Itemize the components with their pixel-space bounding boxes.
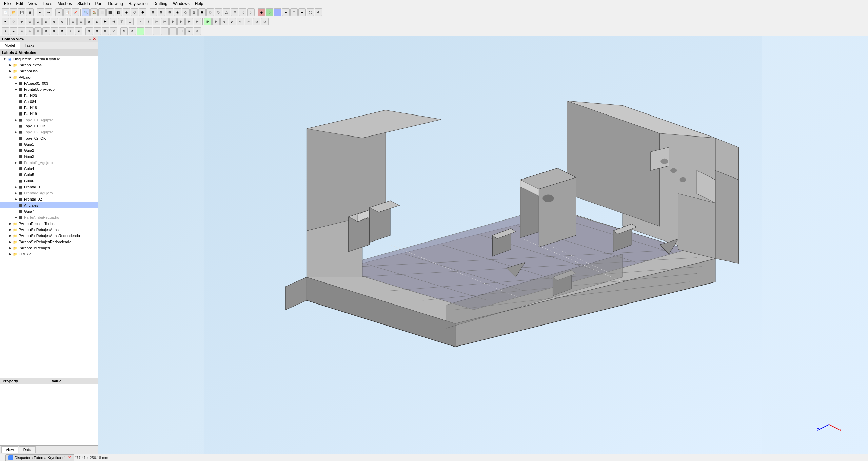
tb2-btn-5[interactable]: ⊙	[34, 18, 42, 25]
menu-help[interactable]: Help	[192, 1, 206, 7]
tree-root[interactable]: ▼ ◉ Disquetera Externa Kryoflux	[0, 56, 98, 62]
tb-btn-a11[interactable]: ▽	[231, 8, 238, 16]
tb2-btn-25[interactable]: ⊮	[204, 18, 212, 25]
tb3-btn-8[interactable]: ≇	[59, 27, 66, 35]
tb-btn-b3[interactable]: ○	[274, 8, 281, 16]
tree-item-frontal_01[interactable]: ▶⬛Frontal_01	[0, 184, 98, 190]
tb2-btn-2[interactable]: ✧	[10, 18, 17, 25]
tree-item-arrow[interactable]: ▶	[8, 228, 12, 231]
tree-item-parribasinrebajesatras[interactable]: ▶📁PArribaSinRebajesAtras	[0, 227, 98, 233]
menu-sketch[interactable]: Sketch	[75, 1, 93, 7]
view-home-btn[interactable]: 🏠	[90, 8, 98, 16]
tree-item-pad419[interactable]: ⬛Pad419	[0, 111, 98, 117]
tb-btn-a10[interactable]: △	[223, 8, 230, 16]
tb-btn-b7[interactable]: ◯	[307, 8, 314, 16]
print-btn[interactable]: 🖨	[26, 8, 34, 16]
tb2-btn-1[interactable]: ✦	[2, 18, 9, 25]
tree-item-arrow[interactable]: ▶	[14, 130, 18, 134]
tree-item-guia7[interactable]: ⬛Guia7	[0, 208, 98, 214]
tree-item-arrow[interactable]: ▶	[14, 191, 18, 195]
tb2-btn-26[interactable]: ⊯	[212, 18, 220, 25]
tb2-btn-21[interactable]: ⊪	[169, 18, 177, 25]
view-tab[interactable]: View	[1, 446, 18, 453]
tree-item-cut072[interactable]: ▶📁Cut072	[0, 251, 98, 257]
tb2-btn-29[interactable]: ⊲	[237, 18, 244, 25]
tb2-btn-3[interactable]: ⊗	[18, 18, 25, 25]
view-top-btn[interactable]: ⬛	[106, 8, 114, 16]
tb2-btn-18[interactable]: ⊧	[145, 18, 152, 25]
tb3-btn-22[interactable]: ≕	[177, 27, 185, 35]
tree-item-arrow[interactable]: ▶	[8, 63, 12, 67]
tree-item-parribasinrebajes[interactable]: ▶📁PArribaSinRebajes	[0, 245, 98, 251]
tb-btn-b8[interactable]: ⊕	[315, 8, 322, 16]
tb3-btn-23[interactable]: ≖	[185, 27, 193, 35]
tree-item-frontal2_agujero[interactable]: ▶⬛Frontal2_Agujero	[0, 190, 98, 196]
tb3-btn-10[interactable]: ≉	[75, 27, 82, 35]
tab-model[interactable]: Model	[0, 42, 20, 49]
tb-btn-b4[interactable]: ●	[282, 8, 290, 16]
tree-area[interactable]: ▼ ◉ Disquetera Externa Kryoflux ▶📁PArrib…	[0, 56, 98, 378]
combo-minimize-btn[interactable]: –	[89, 37, 91, 41]
view-wireframe-btn[interactable]: ⬡	[131, 8, 138, 16]
tb2-btn-11[interactable]: ⊠	[85, 18, 93, 25]
tree-item-cut084[interactable]: ⬛Cut084	[0, 99, 98, 105]
menu-file[interactable]: File	[1, 1, 13, 7]
tree-item-arrow[interactable]: ▶	[8, 240, 12, 244]
zoom-std-btn[interactable]: 🔍	[82, 8, 90, 16]
tb2-btn-16[interactable]: ⊥	[126, 18, 134, 25]
tree-item-tope_01_agujero[interactable]: ▶⬛Tope_01_Agujero	[0, 117, 98, 123]
combo-close-btn[interactable]: ✕	[93, 37, 96, 41]
tree-item-arrow[interactable]: ▶	[14, 216, 18, 219]
tree-item-arrow[interactable]: ▶	[8, 246, 12, 250]
tb3-btn-1[interactable]: ≀	[2, 27, 9, 35]
tree-item-guia5[interactable]: ⬛Guia5	[0, 172, 98, 178]
tree-item-parribasinrebajesatrasredondeada[interactable]: ▶📁PArribaSinRebajesAtrasRedondeada	[0, 233, 98, 239]
tb3-btn-17[interactable]: ≐	[137, 27, 144, 35]
tb-btn-a6[interactable]: ◍	[190, 8, 198, 16]
tree-item-pabajo01_003[interactable]: ▶⬛PAbajo01_003	[0, 80, 98, 86]
tb2-btn-30[interactable]: ⊳	[245, 18, 252, 25]
tree-item-pabajo[interactable]: ▼📁PAbajo	[0, 74, 98, 80]
tb2-btn-19[interactable]: ⊨	[153, 18, 160, 25]
tb-btn-a4[interactable]: ◉	[174, 8, 181, 16]
menu-raytracing[interactable]: Raytracing	[126, 1, 151, 7]
menu-tools[interactable]: Tools	[40, 1, 55, 7]
tree-item-parribarebajestodos[interactable]: ▶📁PArribaRebajesTodos	[0, 221, 98, 227]
tb2-btn-7[interactable]: ⊜	[51, 18, 58, 25]
tree-item-frontal1_agujero[interactable]: ▶⬛Frontal1_Agujero	[0, 160, 98, 166]
tb-btn-a8[interactable]: ⬠	[206, 8, 214, 16]
menu-edit[interactable]: Edit	[13, 1, 26, 7]
tree-item-pad418[interactable]: ⬛Pad418	[0, 105, 98, 111]
tree-item-arrow[interactable]: ▶	[8, 234, 12, 237]
tree-item-parribasinrebajesredondeada[interactable]: ▶📁PArribaSinRebajesRedondeada	[0, 239, 98, 245]
menu-drawing[interactable]: Drawing	[105, 1, 126, 7]
tb2-btn-8[interactable]: ⊝	[59, 18, 66, 25]
tb2-btn-4[interactable]: ⊘	[26, 18, 34, 25]
tb2-btn-13[interactable]: ⊢	[102, 18, 109, 25]
tb-btn-a9[interactable]: ⬡	[215, 8, 222, 16]
tree-item-arrow[interactable]: ▼	[8, 76, 12, 79]
tree-item-partearribarecuadro[interactable]: ▶⬛ParteArribaRecuadro	[0, 214, 98, 221]
tb-btn-a3[interactable]: ⊡	[166, 8, 173, 16]
tree-item-pad420[interactable]: ⬛Pad420	[0, 92, 98, 99]
tree-item-arrow[interactable]: ▶	[14, 197, 18, 201]
view-solid-btn[interactable]: ⬢	[139, 8, 146, 16]
tb-btn-a2[interactable]: ⊠	[158, 8, 165, 16]
menu-view[interactable]: View	[26, 1, 40, 7]
tb2-btn-28[interactable]: ⊱	[229, 18, 236, 25]
data-tab[interactable]: Data	[19, 446, 36, 453]
tb2-btn-10[interactable]: ⊟	[77, 18, 85, 25]
tree-item-frontal_02[interactable]: ▶⬛Frontal_02	[0, 196, 98, 202]
tree-item-tope_02_ok[interactable]: ⬛Tope_02_OK	[0, 135, 98, 141]
copy-btn[interactable]: 📋	[63, 8, 71, 16]
menu-drafting[interactable]: Drafting	[151, 1, 170, 7]
tb2-btn-23[interactable]: ⊬	[185, 18, 193, 25]
tb2-btn-9[interactable]: ⊞	[69, 18, 77, 25]
view-right-btn[interactable]: ◧	[115, 8, 122, 16]
tb3-btn-24[interactable]: ≗	[194, 27, 201, 35]
menu-windows[interactable]: Windows	[170, 1, 192, 7]
tree-item-parribatextos[interactable]: ▶📁PArribaTextos	[0, 62, 98, 68]
tb2-btn-6[interactable]: ⊛	[42, 18, 50, 25]
tb-btn-b2[interactable]: ◇	[266, 8, 273, 16]
tree-item-anclajes[interactable]: ⬛Anclajes	[0, 202, 98, 208]
